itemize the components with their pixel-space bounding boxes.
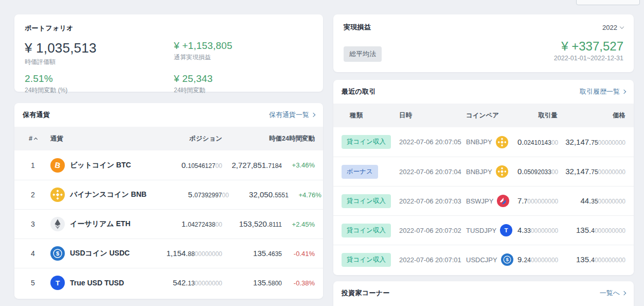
market-column-label: 時価: [222, 134, 282, 143]
pair-label: BSWJPY: [466, 197, 493, 205]
tusd-icon: [50, 276, 65, 290]
transaction-history-link[interactable]: 取引履歴一覧: [580, 87, 625, 96]
change-pct-value: 2.51%: [25, 73, 174, 84]
change-cell: -0.38%: [282, 279, 323, 287]
tusd-icon: [500, 224, 512, 236]
change-cell: +4.76%: [289, 191, 323, 199]
table-row: 貸コイン収入 2022-07-06 20:07:02 TUSDJPY 4.330…: [333, 215, 634, 245]
time-cell: 2022-07-06 20:07:01: [399, 256, 466, 264]
pair-label: BNBJPY: [466, 168, 492, 176]
type-badge: ボーナス: [342, 165, 378, 179]
position-cell: 542.1300000000: [140, 278, 222, 287]
pair-cell: BSWJPY: [466, 195, 517, 207]
table-row: 貸コイン収入 2022-07-06 20:07:05 BNBJPY 0.0241…: [333, 127, 634, 157]
rank-cell: 2: [14, 191, 43, 199]
investor-list-link[interactable]: 一覧へ: [600, 288, 625, 298]
table-row: 4 USDコイン USDC 1,154.8800000000 135.4635 …: [14, 239, 323, 268]
customize-label: カスタマイズ: [592, 0, 633, 1]
method-badge: 総平均法: [344, 46, 382, 62]
stat-total-realized: ¥ +1,153,805 通算実現損益: [174, 40, 313, 66]
rank-cell: 4: [14, 249, 43, 258]
position-column-label: ポジション: [140, 134, 222, 143]
position-cell: 0.1054612700: [140, 161, 222, 170]
usdc-icon: [501, 253, 513, 266]
market-value: ¥ 1,035,513: [25, 40, 174, 56]
chevron-right-icon: [622, 90, 626, 94]
change-column-label: 24時間変動: [282, 134, 323, 143]
market-cell: 135.5800: [222, 278, 282, 287]
price-cell: 44.3500000000: [558, 196, 634, 206]
sort-rank-header[interactable]: #: [29, 135, 37, 142]
realized-pnl-period: 2022-01-01~2022-12-31: [554, 55, 623, 62]
year-dropdown[interactable]: 2022: [602, 24, 623, 31]
btc-icon: [50, 158, 65, 173]
chevron-right-icon: [622, 291, 626, 295]
investor-list-link-label: 一覧へ: [600, 288, 620, 298]
change-amount-label: 24時間変動: [174, 86, 313, 95]
transaction-history-link-label: 取引履歴一覧: [580, 87, 620, 96]
table-row: 5 True USD TUSD 542.1300000000 135.5800 …: [14, 268, 323, 297]
bnb-icon: [50, 188, 65, 202]
position-cell: 1.0427243800: [140, 219, 222, 229]
market-cell: 135.4635: [222, 249, 282, 258]
type-badge: 貸コイン収入: [342, 194, 391, 208]
holdings-card: 保有通貨 保有通貨一覧 # 通貨 ポジション 時価 24時間変動 1 ビットコイ…: [14, 103, 323, 299]
pair-cell: BNBJPY: [466, 136, 517, 148]
table-row: 2 バイナンスコイン BNB 5.0739299700 32,050.5551 …: [14, 180, 323, 209]
change-pct-label: 24時間変動 (%): [25, 86, 174, 95]
total-realized-value: ¥ +1,153,805: [174, 40, 313, 52]
coin-name: True USD TUSD: [70, 279, 124, 287]
chevron-down-icon: [620, 24, 624, 28]
table-row: 3 イーサリアム ETH 1.0427243800 153,520.8111 +…: [14, 209, 323, 239]
holdings-list-link[interactable]: 保有通貨一覧: [269, 110, 315, 120]
portfolio-stats: ¥ 1,035,513 時価評価額 ¥ +1,153,805 通算実現損益 2.…: [25, 40, 313, 95]
realized-pnl-title: 実現損益: [344, 23, 371, 32]
qty-column-label: 取引量: [517, 111, 558, 120]
sort-asc-icon: [34, 138, 38, 141]
year-value: 2022: [602, 24, 617, 31]
realized-pnl-card: 実現損益 2022 総平均法 ¥ +337,527 2022-01-01~202…: [333, 14, 634, 72]
type-column-label: 種類: [333, 111, 399, 120]
market-value-label: 時価評価額: [25, 58, 174, 66]
rank-cell: 1: [14, 161, 43, 169]
coin-name: USDコイン USDC: [70, 249, 130, 258]
qty-cell: 9.2400000000: [517, 255, 558, 264]
coin-name: イーサリアム ETH: [70, 219, 131, 229]
time-cell: 2022-07-06 20:07:03: [399, 197, 466, 205]
holdings-title: 保有通貨: [23, 110, 50, 120]
portfolio-title: ポートフォリオ: [25, 24, 313, 33]
qty-cell: 0.0241014300: [517, 138, 558, 147]
pair-cell: USDCJPY: [466, 253, 517, 266]
price-column-label: 価格: [558, 111, 634, 120]
change-cell: +3.46%: [282, 161, 323, 169]
pair-label: USDCJPY: [466, 256, 497, 264]
type-badge: 貸コイン収入: [342, 135, 391, 149]
usdc-icon: [50, 246, 65, 261]
customize-button[interactable]: ⚙ カスタマイズ: [576, 0, 640, 5]
price-cell: 32,147.7500000000: [558, 138, 634, 147]
price-cell: 135.4000000000: [558, 226, 634, 235]
investor-corner-title: 投資家コーナー: [342, 288, 390, 298]
rank-cell: 3: [14, 220, 43, 228]
time-cell: 2022-07-06 20:07:05: [399, 138, 466, 146]
table-row: 貸コイン収入 2022-07-06 20:07:03 BSWJPY 7.7000…: [333, 186, 634, 215]
price-cell: 32,147.7500000000: [558, 167, 634, 176]
bnb-icon: [496, 136, 508, 148]
pair-cell: TUSDJPY: [466, 224, 517, 236]
change-cell: +2.45%: [282, 220, 323, 228]
pair-label: BNBJPY: [466, 138, 492, 146]
change-amount-value: ¥ 25,343: [174, 73, 313, 84]
coin-column-label: 通貨: [43, 134, 140, 143]
investor-corner-card: 投資家コーナー 一覧へ: [333, 281, 634, 306]
position-cell: 1,154.8800000000: [140, 249, 222, 258]
pair-label: TUSDJPY: [466, 227, 496, 234]
time-column-label: 日時: [399, 111, 466, 120]
bnb-icon: [496, 165, 508, 178]
qty-cell: 4.3300000000: [517, 226, 558, 235]
transactions-column-header: 種類 日時 コインペア 取引量 価格: [333, 104, 634, 127]
holdings-list-link-label: 保有通貨一覧: [269, 110, 309, 120]
table-row: 貸コイン収入 2022-07-06 20:07:01 USDCJPY 9.240…: [333, 245, 634, 274]
chevron-right-icon: [311, 113, 315, 117]
table-row: 1 ビットコイン BTC 0.1054612700 2,727,851.7184…: [14, 150, 323, 180]
stat-market-value: ¥ 1,035,513 時価評価額: [25, 40, 174, 66]
